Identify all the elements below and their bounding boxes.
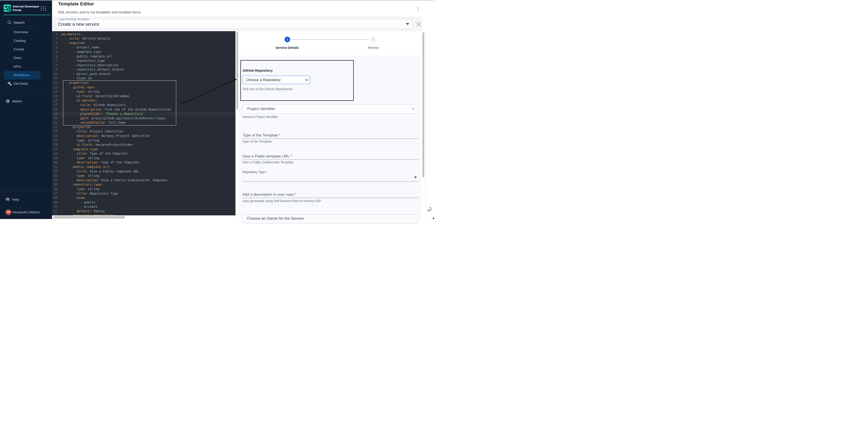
svg-text:?: ?	[7, 198, 8, 200]
